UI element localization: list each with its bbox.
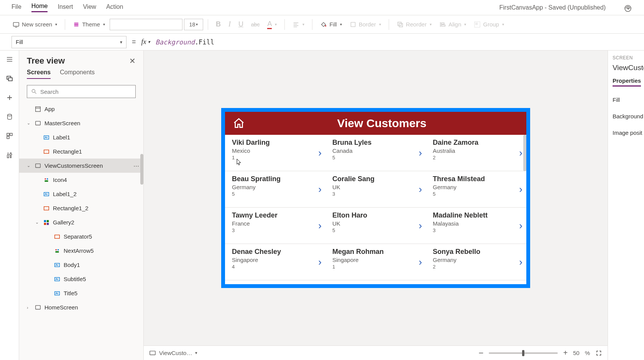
gallery-item[interactable]: Coralie SangUK3›	[325, 171, 426, 207]
tree-item[interactable]: App	[19, 102, 143, 116]
menu-view[interactable]: View	[83, 3, 96, 12]
tree-item[interactable]: ›HomeScreen	[19, 300, 143, 314]
media-icon[interactable]	[5, 132, 14, 140]
tree-item[interactable]: ⌄MasterScreen	[19, 116, 143, 130]
gallery-item[interactable]: Elton HaroUK5›	[325, 208, 426, 244]
zoom-out-button[interactable]: −	[478, 348, 483, 358]
tree-item[interactable]: NextArrow5	[19, 244, 143, 258]
tree-item[interactable]: Rectangle1	[19, 144, 143, 159]
group-button[interactable]: Group	[471, 20, 507, 29]
new-screen-button[interactable]: New screen	[10, 20, 60, 29]
customer-name: Coralie Sang	[332, 175, 375, 183]
insert-icon[interactable]	[5, 93, 14, 102]
formula-input[interactable]: Background.Fill	[156, 38, 632, 46]
gallery-item[interactable]: Sonya RebelloGermany2›	[426, 244, 526, 280]
tree-item[interactable]: Icon4	[19, 173, 143, 187]
property-selector[interactable]: Fill ▾	[12, 36, 127, 48]
tree-view-icon[interactable]	[5, 74, 14, 83]
align-button[interactable]: Align	[436, 20, 469, 29]
menu-home[interactable]: Home	[31, 3, 48, 12]
tab-components[interactable]: Components	[60, 69, 95, 79]
tab-properties[interactable]: Properties	[613, 77, 641, 87]
tree-item[interactable]: Label1_2	[19, 187, 143, 201]
tree-item[interactable]: Body1	[19, 258, 143, 272]
chevron-right-icon[interactable]: ›	[419, 183, 422, 195]
chevron-right-icon[interactable]: ›	[419, 147, 422, 159]
data-icon[interactable]	[5, 113, 14, 121]
prop-row-image-position[interactable]: Image posit	[613, 129, 644, 136]
gallery-item[interactable]: Daine ZamoraAustralia2›	[426, 135, 526, 171]
tree-item-label: Label1	[53, 134, 70, 141]
chevron-right-icon[interactable]: ›	[318, 183, 322, 195]
fill-button[interactable]: Fill	[317, 20, 345, 29]
fx-button[interactable]: fx ▾	[141, 38, 150, 46]
chevron-right-icon[interactable]: ›	[419, 256, 422, 268]
tree-scrollbar[interactable]	[140, 154, 143, 185]
gallery-item[interactable]: Beau SpratlingGermany5›	[225, 171, 325, 207]
close-icon[interactable]: ✕	[129, 56, 136, 65]
chevron-right-icon[interactable]: ›	[318, 220, 322, 232]
font-color-button[interactable]: A	[264, 18, 280, 31]
tab-screens[interactable]: Screens	[27, 69, 51, 79]
font-size-select[interactable]: 18	[184, 19, 203, 30]
gallery-item[interactable]: Bruna LylesCanada5›	[325, 135, 426, 171]
tree-item[interactable]: ⌄Gallery2	[19, 215, 143, 229]
prop-row-background[interactable]: Background	[613, 113, 644, 119]
hamburger-icon[interactable]	[5, 55, 14, 64]
chevron-right-icon[interactable]: ›	[419, 220, 422, 232]
tree-item[interactable]: Label1	[19, 130, 143, 144]
fill-label: Fill	[329, 21, 337, 28]
tree-item[interactable]: Subtitle5	[19, 272, 143, 286]
screen-selector[interactable]: ViewCusto… ▾	[149, 350, 197, 357]
menu-insert[interactable]: Insert	[58, 3, 73, 12]
chevron-right-icon[interactable]: ›	[318, 147, 322, 159]
home-icon[interactable]	[233, 117, 245, 129]
tree-item[interactable]: ⌄ViewCustomersScreen⋯	[19, 159, 143, 173]
reorder-button[interactable]: Reorder	[394, 20, 435, 29]
font-family-select[interactable]	[110, 19, 182, 30]
menu-file[interactable]: File	[12, 3, 21, 12]
gallery-item[interactable]: Madaline NeblettMalayasia3›	[426, 208, 526, 244]
more-icon[interactable]: ⋯	[133, 162, 140, 169]
chevron-right-icon[interactable]: ›	[519, 256, 522, 268]
tree-item[interactable]: Separator5	[19, 229, 143, 244]
canvas-app-preview[interactable]: View Customers Viki DarlingMexico1›Bruna…	[221, 108, 530, 288]
border-button[interactable]: Border	[347, 20, 384, 29]
gallery-item[interactable]: Megan RohmanSingapore1›	[325, 244, 426, 280]
tree-item-icon	[34, 162, 41, 169]
gallery-item[interactable]: Thresa MilsteadGermany5›	[426, 171, 526, 207]
zoom-in-button[interactable]: +	[563, 349, 568, 357]
tree-item[interactable]: Title5	[19, 286, 143, 300]
expand-icon[interactable]: ⌄	[27, 163, 31, 168]
italic-button[interactable]: I	[225, 19, 234, 30]
menu-action[interactable]: Action	[106, 3, 123, 12]
gallery-item[interactable]: Viki DarlingMexico1›	[225, 135, 325, 171]
tree-item[interactable]: Rectangle1_2	[19, 201, 143, 215]
zoom-slider[interactable]	[489, 352, 558, 354]
chevron-right-icon[interactable]: ›	[519, 147, 522, 159]
text-align-button[interactable]	[289, 20, 307, 29]
gallery-item[interactable]: Tawny LeederFrance3›	[225, 208, 325, 244]
expand-icon[interactable]: ⌄	[27, 121, 31, 126]
customer-gallery[interactable]: Viki DarlingMexico1›Bruna LylesCanada5›D…	[225, 135, 526, 284]
tools-icon[interactable]	[5, 151, 14, 159]
app-checker-icon[interactable]	[623, 3, 632, 12]
svg-rect-38	[36, 305, 41, 309]
bold-button[interactable]: B	[213, 19, 224, 30]
expand-icon[interactable]: ⌄	[35, 220, 40, 225]
strikethrough-button[interactable]: abc	[248, 20, 263, 29]
fullscreen-icon[interactable]	[595, 350, 602, 357]
search-input[interactable]	[27, 85, 136, 98]
prop-row-fill[interactable]: Fill	[613, 97, 644, 103]
chevron-right-icon[interactable]: ›	[318, 256, 322, 268]
tree-item-icon	[43, 205, 50, 212]
underline-button[interactable]: U	[235, 19, 246, 30]
svg-rect-20	[44, 150, 49, 153]
gallery-row: Tawny LeederFrance3›Elton HaroUK5›Madali…	[225, 208, 526, 244]
expand-icon[interactable]: ›	[27, 305, 31, 310]
tree-item-icon	[43, 134, 50, 141]
gallery-item[interactable]: Denae ChesleySingapore4›	[225, 244, 325, 280]
chevron-right-icon[interactable]: ›	[519, 183, 522, 195]
chevron-right-icon[interactable]: ›	[519, 220, 522, 232]
theme-button[interactable]: Theme	[70, 20, 108, 29]
